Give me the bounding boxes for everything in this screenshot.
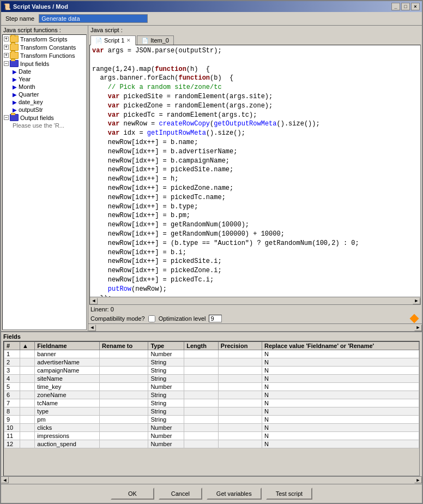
table-row[interactable]: 5time_keyNumberN <box>4 383 419 391</box>
cell-length <box>184 424 219 432</box>
tab-item0[interactable]: 📄 Item_0 <box>137 35 174 45</box>
table-row[interactable]: 8typeStringN <box>4 407 419 416</box>
maximize-button[interactable]: □ <box>401 3 410 10</box>
tree-item-input-fields[interactable]: − Input fields <box>3 59 86 68</box>
table-row[interactable]: 3campaignNameStringN <box>4 367 419 375</box>
tree-item-transform-scripts[interactable]: + Transform Scripts <box>3 35 86 43</box>
tree-item-date-key[interactable]: ▶ date_key <box>11 98 86 106</box>
tree-item-please-use: Please use the 'R... <box>11 122 86 129</box>
tree-item-quarter[interactable]: ▶ Quarter <box>11 91 86 98</box>
tree-item-transform-functions[interactable]: + Transform Functions <box>3 51 86 59</box>
compat-checkbox[interactable] <box>148 315 155 322</box>
cell-type: String <box>148 358 184 367</box>
col-header-rename[interactable]: Rename to <box>100 342 148 350</box>
tree-label-transform-functions: Transform Functions <box>20 52 75 59</box>
scroll-left-bottom[interactable]: ◀ <box>88 325 96 331</box>
col-header-replace[interactable]: Replace value 'Fieldname' or 'Rename' <box>262 342 419 350</box>
fields-table-wrapper[interactable]: # ▲ Fieldname Rename to Type Length Prec… <box>3 341 420 476</box>
col-header-num[interactable]: # <box>4 342 20 350</box>
cancel-button[interactable]: Cancel <box>159 488 202 500</box>
tree-label-date-key: date_key <box>19 99 43 105</box>
table-row[interactable]: 11impressionsNumberN <box>4 432 419 440</box>
tree-item-year[interactable]: ▶ Year <box>11 75 86 83</box>
cell-num: 2 <box>4 358 20 367</box>
cell-length <box>184 350 219 358</box>
ok-button[interactable]: OK <box>111 488 154 500</box>
table-row[interactable]: 1bannerNumberN <box>4 350 419 358</box>
tree-item-date[interactable]: ▶ Date <box>11 68 86 75</box>
cell-arrow <box>20 424 35 432</box>
tree-item-outputstr[interactable]: ▶ outputStr <box>11 106 86 113</box>
tree-label-output-fields: Output fields <box>20 115 54 121</box>
cell-arrow <box>20 383 35 391</box>
scroll-right-btn[interactable]: ▶ <box>413 298 420 304</box>
opt-value-input[interactable] <box>209 315 222 322</box>
test-script-button[interactable]: Test script <box>266 488 313 500</box>
cell-num: 11 <box>4 432 20 440</box>
table-row[interactable]: 6zoneNameStringN <box>4 391 419 399</box>
cell-type: String <box>148 416 184 424</box>
cell-length <box>184 432 219 440</box>
scroll-left-btn[interactable]: ◀ <box>90 298 98 304</box>
cell-length <box>184 440 219 448</box>
cell-replace: N <box>262 424 419 432</box>
cell-rename <box>100 383 148 391</box>
title-bar: 📜 Script Values / Mod _ □ × <box>1 1 422 12</box>
col-header-length[interactable]: Length <box>184 342 219 350</box>
col-header-fieldname[interactable]: Fieldname <box>35 342 100 350</box>
table-row[interactable]: 7tcNameStringN <box>4 399 419 407</box>
tree-label-please-use: Please use the 'R... <box>13 122 64 129</box>
scroll-right-bottom[interactable]: ▶ <box>414 325 422 331</box>
table-row[interactable]: 2advertiserNameStringN <box>4 358 419 367</box>
code-scrollbar-horizontal[interactable]: ◀ ▶ <box>90 297 420 304</box>
table-scroll-track <box>9 477 414 484</box>
expand-output-fields[interactable]: − <box>4 115 9 120</box>
folder-icon-input-fields <box>10 60 19 67</box>
tree-item-month[interactable]: ▶ Month <box>11 83 86 91</box>
table-row[interactable]: 9pmStringN <box>4 416 419 424</box>
table-row[interactable]: 10clicksNumberN <box>4 424 419 432</box>
step-name-input[interactable] <box>39 14 148 23</box>
window-title: Script Values / Mod <box>13 3 68 10</box>
col-header-type[interactable]: Type <box>148 342 184 350</box>
tree-item-transform-constants[interactable]: + Transform Constants <box>3 43 86 51</box>
expand-transform-scripts[interactable]: + <box>4 37 9 41</box>
get-variables-button[interactable]: Get variables <box>207 488 262 500</box>
expand-transform-functions[interactable]: + <box>4 53 9 58</box>
minimize-button[interactable]: _ <box>391 3 400 10</box>
tree-view[interactable]: + Transform Scripts + Transform Constant… <box>2 34 87 330</box>
cell-rename <box>100 440 148 448</box>
tab-script1-icon: 📄 <box>95 38 102 44</box>
cell-fieldname: type <box>35 407 100 416</box>
tree-item-output-fields[interactable]: − Output fields <box>3 113 86 122</box>
folder-icon-transform-functions <box>10 52 19 59</box>
cell-arrow <box>20 440 35 448</box>
cell-arrow <box>20 358 35 367</box>
cell-rename <box>100 399 148 407</box>
cell-fieldname: advertiserName <box>35 358 100 367</box>
tree-label-transform-constants: Transform Constants <box>20 44 76 51</box>
cell-replace: N <box>262 391 419 399</box>
tab-script1[interactable]: 📄 Script 1 ✕ <box>90 35 136 45</box>
table-scroll-right[interactable]: ▶ <box>414 477 422 483</box>
cell-type: Number <box>148 350 184 358</box>
expand-transform-constants[interactable]: + <box>4 45 9 50</box>
cell-precision <box>218 367 262 375</box>
cell-replace: N <box>262 350 419 358</box>
title-bar-buttons: _ □ × <box>391 3 420 10</box>
table-row[interactable]: 4siteNameStringN <box>4 375 419 383</box>
cell-num: 5 <box>4 383 20 391</box>
cell-rename <box>100 432 148 440</box>
cell-replace: N <box>262 416 419 424</box>
tab-script1-close[interactable]: ✕ <box>126 38 131 43</box>
cell-type: String <box>148 399 184 407</box>
cell-rename <box>100 350 148 358</box>
cell-rename <box>100 358 148 367</box>
close-button[interactable]: × <box>411 3 420 10</box>
col-header-precision[interactable]: Precision <box>218 342 262 350</box>
table-scroll-left[interactable]: ◀ <box>1 477 9 483</box>
col-header-arrow[interactable]: ▲ <box>20 342 35 350</box>
code-editor[interactable]: var args = JSON.parse(outputStr); range(… <box>90 45 420 297</box>
expand-input-fields[interactable]: − <box>4 61 9 66</box>
table-row[interactable]: 12auction_spendNumberN <box>4 440 419 448</box>
